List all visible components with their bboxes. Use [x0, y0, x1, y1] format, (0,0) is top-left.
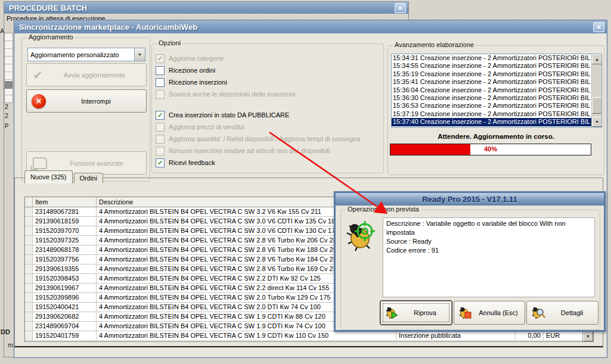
stop-x-icon: ✕	[32, 94, 46, 108]
row-selector[interactable]	[25, 255, 33, 265]
cell-status: Inserzione pubblicata	[396, 331, 516, 341]
bug-target-icon	[346, 220, 378, 252]
cell-item: 191520397325	[33, 236, 97, 245]
checkbox[interactable]	[156, 90, 165, 99]
row-selector[interactable]	[25, 245, 33, 255]
group-label: Aggiornamento	[27, 33, 75, 41]
checkbox[interactable]	[156, 147, 165, 155]
row-selector[interactable]	[25, 207, 33, 217]
log-entry[interactable]: 15:36:53 Creazione inserzione - 2 Ammort…	[392, 102, 592, 110]
sync-dialog-title: Sincronizzazione marketplace - Autoricam…	[19, 23, 593, 32]
cell-descrizione: 4 Ammortizzatori BILSTEIN B4 OPEL VECTRA…	[97, 331, 396, 341]
checkbox-row[interactable]: Aggiorna categorie	[156, 52, 383, 64]
group-label: Operazione non prevista	[346, 206, 421, 213]
cell-item: 291390619355	[33, 265, 97, 274]
cell-item: 291390620682	[33, 312, 97, 322]
details-button[interactable]: Dettagli	[526, 301, 598, 325]
procedure-batch-titlebar[interactable]: PROCEDURE BATCH ✕	[4, 2, 408, 14]
checkbox-row[interactable]: Aggiorna quantita' / Relist disponibili …	[156, 133, 383, 145]
checkbox[interactable]	[156, 158, 165, 167]
scroll-down-icon[interactable]: ▼	[583, 331, 593, 341]
row-selector[interactable]	[25, 226, 33, 236]
row-selector[interactable]	[25, 265, 33, 274]
cell-item: 231489067281	[33, 207, 97, 217]
background-fragment: 2	[5, 112, 8, 119]
checkbox-row[interactable]: Ricezione inserzioni	[156, 76, 383, 88]
close-icon[interactable]: ✕	[395, 3, 406, 13]
row-selector[interactable]	[25, 303, 33, 312]
retry-button[interactable]: Riprova	[380, 301, 452, 325]
checkbox-row[interactable]: Ricezione ordini	[156, 64, 383, 76]
close-icon[interactable]: ✕	[593, 22, 604, 32]
cell-item: 191520400421	[33, 303, 97, 312]
checkbox[interactable]	[156, 135, 165, 144]
row-selector[interactable]	[25, 331, 33, 341]
row-selector[interactable]	[25, 236, 33, 245]
error-dialog-titlebar[interactable]: Ready Pro 2015 - V17.1.11	[336, 193, 604, 206]
status-text: Attendere. Aggiornamento in corso.	[388, 133, 604, 140]
log-entry[interactable]: 15:35:41 Creazione inserzione - 2 Ammort…	[392, 78, 592, 86]
cell-item: 291390618159	[33, 217, 97, 226]
row-selector[interactable]	[25, 274, 33, 284]
log-entry[interactable]: 15:34:31 Creazione inserzione - 2 Ammort…	[392, 54, 592, 62]
options-checkbox-list: Aggiorna categorie Ricezione ordini Rice…	[152, 52, 383, 169]
checkbox[interactable]	[156, 66, 165, 75]
checkbox-label: Aggiorna categorie	[169, 55, 224, 62]
tab[interactable]: Nuove (325)	[24, 170, 73, 183]
log-scrollbar[interactable]: ▲ ▼	[591, 54, 601, 127]
checkbox-label: Ricezione inserzioni	[169, 79, 227, 86]
log-entry[interactable]: 15:36:04 Creazione inserzione - 2 Ammort…	[392, 86, 592, 94]
grid-dark-cell	[5, 81, 13, 89]
checkbox-row[interactable]: Rimuovi inserzioni relative ad articoli …	[156, 145, 383, 157]
cell-currency: EUR	[544, 331, 582, 341]
log-entry[interactable]: 15:36:30 Creazione inserzione - 2 Ammort…	[392, 94, 592, 102]
row-selector[interactable]	[25, 312, 33, 322]
checkbox-row[interactable]: Scarica anche le descrizioni delle inser…	[156, 88, 383, 100]
document-icon	[33, 157, 47, 169]
progress-log-listbox[interactable]: 15:34:31 Creazione inserzione - 2 Ammort…	[391, 54, 602, 127]
background-fragment: m	[8, 341, 13, 349]
cell-item: 231489069704	[33, 322, 97, 331]
group-avanzamento: Avanzamento elaborazione 15:34:31 Creazi…	[387, 45, 604, 175]
tab-strip: Nuove (325) Ordini	[24, 170, 104, 183]
checkbox[interactable]	[156, 78, 165, 87]
interrupt-button[interactable]: ✕ Interrompi	[26, 89, 147, 113]
header-selector	[25, 197, 33, 207]
group-operazione-non-prevista: Operazione non prevista Descr	[340, 210, 600, 330]
row-selector[interactable]	[25, 322, 33, 331]
scrollbar-thumb[interactable]	[592, 97, 602, 114]
checkbox-row[interactable]: Crea inserzioni in stato DA PUBBLICARE	[156, 109, 383, 121]
cancel-button[interactable]: Annulla (Esc)	[454, 301, 525, 325]
table-row[interactable]: 191520401759 4 Ammortizzatori BILSTEIN B…	[25, 331, 593, 341]
checkbox[interactable]	[156, 111, 165, 120]
log-entry[interactable]: 15:34:55 Creazione inserzione - 2 Ammort…	[392, 62, 592, 70]
checkbox-label: Crea inserzioni in stato DA PUBBLICARE	[169, 111, 289, 119]
log-entry[interactable]: 15:35:19 Creazione inserzione - 2 Ammort…	[392, 70, 592, 78]
checkbox-row[interactable]: Ricevi feedback	[156, 157, 383, 169]
log-entry[interactable]: 15:37:19 Creazione inserzione - 2 Ammort…	[392, 110, 592, 118]
cell-item: 191520397756	[33, 255, 97, 265]
error-dialog: Ready Pro 2015 - V17.1.11 Operazione non…	[334, 191, 606, 332]
row-selector[interactable]	[25, 284, 33, 293]
cell-item: 191520398453	[33, 274, 97, 284]
start-update-button[interactable]: ✔ Avvia aggiornamento	[26, 63, 147, 86]
checkbox[interactable]	[156, 123, 165, 132]
sync-dialog-titlebar[interactable]: Sincronizzazione marketplace - Autoricam…	[14, 20, 607, 33]
background-fragment: p	[5, 121, 8, 128]
row-selector[interactable]	[25, 293, 33, 303]
scroll-up-icon[interactable]: ▲	[592, 54, 602, 64]
row-selector[interactable]	[25, 217, 33, 226]
error-message-line: Descrizione : Variabile oggetto o variab…	[386, 219, 591, 237]
log-entry[interactable]: 15:37:40 Creazione inserzione - 2 Ammort…	[392, 118, 592, 126]
checkbox-label: Rimuovi inserzioni relative ad articoli …	[169, 147, 330, 154]
group-label: Avanzamento elaborazione	[393, 41, 476, 48]
scroll-down-icon[interactable]: ▼	[592, 117, 602, 127]
chevron-down-icon[interactable]: ▼	[134, 48, 145, 61]
tab[interactable]: Ordini	[74, 173, 103, 183]
bug-magnifier-icon	[532, 307, 546, 319]
checkbox-row[interactable]: Aggiorna prezzi di vendita	[156, 121, 383, 133]
cell-amount: 0,00	[516, 331, 544, 341]
error-message-box[interactable]: Descrizione : Variabile oggetto o variab…	[383, 217, 595, 297]
checkbox[interactable]	[156, 54, 165, 63]
update-type-dropdown[interactable]: Aggiornamento personalizzato ▼	[27, 48, 145, 61]
